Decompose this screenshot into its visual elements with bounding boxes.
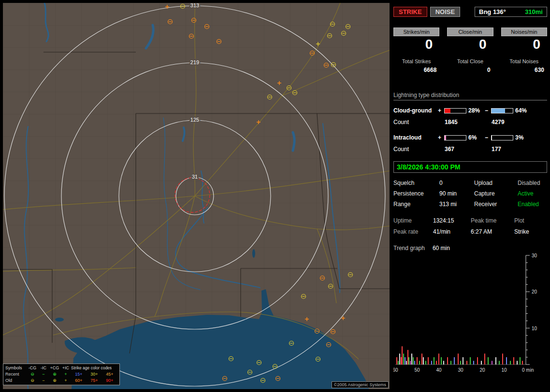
upload-value: Disabled xyxy=(518,180,547,186)
cloud-ground-row: Cloud-ground + 28% − 64% xyxy=(393,107,547,114)
ic-minus-bar xyxy=(491,135,513,140)
svg-text:313: 313 xyxy=(190,3,199,8)
total-strikes-label: Total Strikes xyxy=(393,58,439,64)
cg-plus-bar xyxy=(444,108,466,113)
peak-time-label: Peak time xyxy=(471,217,514,224)
trend-graph-window: 60 min xyxy=(433,245,450,252)
ncg-recent-icon: ⊖ xyxy=(27,371,38,378)
strike-button[interactable]: STRIKE xyxy=(393,7,427,17)
svg-text:20: 20 xyxy=(479,367,485,373)
legend-col-nic: -IC xyxy=(38,365,49,371)
total-strikes-value: 6668 xyxy=(393,67,439,73)
close-per-min-value: 0 xyxy=(447,36,493,53)
total-close-label: Total Close xyxy=(447,58,493,64)
close-per-min-column: Close/min 0 Total Close 0 xyxy=(447,28,493,73)
nic-old-icon: − xyxy=(38,378,49,384)
svg-text:219: 219 xyxy=(190,59,199,65)
peak-time-value: 6:27 AM xyxy=(471,228,514,235)
svg-text:125: 125 xyxy=(190,117,199,123)
age-90: 90+ xyxy=(102,378,117,384)
trend-graph-header: Trend graph 60 min xyxy=(393,245,547,252)
svg-text:60: 60 xyxy=(393,367,398,373)
trend-graph: 3020106050403020100 min xyxy=(393,253,547,378)
squelch-value: 0 xyxy=(439,180,474,186)
ic-plus-pct: 6% xyxy=(466,134,485,141)
plot-value: Strike xyxy=(514,228,547,235)
svg-text:10: 10 xyxy=(532,326,537,331)
ic-count-label: Count xyxy=(393,146,438,153)
cloud-ground-counts: Count 1845 4279 xyxy=(393,119,547,126)
intracloud-counts: Count 367 177 xyxy=(393,146,547,153)
minus-sign: − xyxy=(485,107,491,114)
range-value: 313 mi xyxy=(439,201,474,208)
svg-text:50: 50 xyxy=(414,367,420,373)
pic-old-icon: + xyxy=(60,378,71,384)
map-canvas: 31321912531 xyxy=(3,3,390,389)
strikes-per-min-column: Strikes/min 0 Total Strikes 6668 xyxy=(393,28,439,73)
rate-counters: Strikes/min 0 Total Strikes 6668 Close/m… xyxy=(393,28,547,73)
svg-text:0 min: 0 min xyxy=(522,367,534,373)
ic-plus-bar xyxy=(444,135,466,140)
bearing-value: Bng 136° xyxy=(479,8,506,15)
age-60: 60+ xyxy=(71,378,87,384)
capture-value: Active xyxy=(518,190,547,197)
peak-rate-label: Peak rate xyxy=(393,228,433,235)
range-label: Range xyxy=(393,201,439,208)
pcg-old-icon: ⊕ xyxy=(49,378,60,384)
noise-button[interactable]: NOISE xyxy=(430,7,460,17)
svg-text:20: 20 xyxy=(532,289,537,294)
noises-per-min-value: 0 xyxy=(501,36,547,53)
intracloud-label: Intracloud xyxy=(393,134,438,141)
legend-row-old-label: Old xyxy=(5,378,27,384)
symbol-legend: Symbols -CG -IC +CG +IC Strike age color… xyxy=(3,364,120,385)
age-15: 15+ xyxy=(71,371,87,378)
bearing-range: 310mi xyxy=(525,8,543,15)
settings-grid: Squelch 0 Upload Disabled Persistence 90… xyxy=(393,180,547,208)
ic-minus-count: 177 xyxy=(485,146,532,153)
age-75: 75+ xyxy=(87,378,102,384)
noises-per-min-column: Noises/min 0 Total Noises 630 xyxy=(501,28,547,73)
total-close-value: 0 xyxy=(447,67,493,73)
age-30: 30+ xyxy=(87,371,102,378)
ncg-old-icon: ⊖ xyxy=(27,378,38,384)
uptime-label: Uptime xyxy=(393,217,433,224)
trend-graph-canvas: 3020106050403020100 min xyxy=(393,253,544,377)
upload-label: Upload xyxy=(474,180,518,186)
strikes-per-min-label: Strikes/min xyxy=(393,28,439,36)
age-45: 45+ xyxy=(102,371,117,378)
close-per-min-label: Close/min xyxy=(447,28,493,36)
cg-minus-bar xyxy=(491,108,513,113)
intracloud-row: Intracloud + 6% − 3% xyxy=(393,134,547,141)
capture-label: Capture xyxy=(474,190,518,197)
ic-minus-pct: 3% xyxy=(513,134,532,141)
bearing-display: Bng 136° 310mi xyxy=(475,7,547,17)
cg-count-label: Count xyxy=(393,119,438,126)
persistence-value: 90 min xyxy=(439,190,474,197)
legend-col-pic: +IC xyxy=(60,365,71,371)
legend-row-recent-label: Recent xyxy=(5,371,27,378)
legend-symbols-header: Symbols xyxy=(5,365,27,371)
legend-col-pcg: +CG xyxy=(49,365,60,371)
strikes-per-min-value: 0 xyxy=(393,36,439,53)
strike-map[interactable]: 31321912531 Symbols -CG -IC +CG +IC Stri… xyxy=(3,3,390,389)
plus-sign: + xyxy=(438,134,444,141)
cg-minus-pct: 64% xyxy=(513,107,532,114)
peak-rate-value: 41/min xyxy=(433,228,471,235)
svg-text:31: 31 xyxy=(192,174,198,180)
session-stats: Uptime 1324:15 Peak time Plot Peak rate … xyxy=(393,217,547,235)
pic-recent-icon: + xyxy=(60,371,71,378)
persistence-label: Persistence xyxy=(393,190,439,197)
trend-graph-label: Trend graph xyxy=(393,245,425,252)
noises-per-min-label: Noises/min xyxy=(501,28,547,36)
receiver-value: Enabled xyxy=(518,201,547,208)
squelch-label: Squelch xyxy=(393,180,439,186)
legend-age-header: Strike age color codes xyxy=(71,365,117,371)
ic-plus-count: 367 xyxy=(438,146,485,153)
cg-minus-count: 4279 xyxy=(485,119,532,126)
cg-plus-pct: 28% xyxy=(466,107,485,114)
svg-text:30: 30 xyxy=(458,367,463,373)
plot-label: Plot xyxy=(514,217,547,224)
svg-text:10: 10 xyxy=(501,367,507,373)
svg-text:40: 40 xyxy=(436,367,442,373)
cg-plus-count: 1845 xyxy=(438,119,485,126)
